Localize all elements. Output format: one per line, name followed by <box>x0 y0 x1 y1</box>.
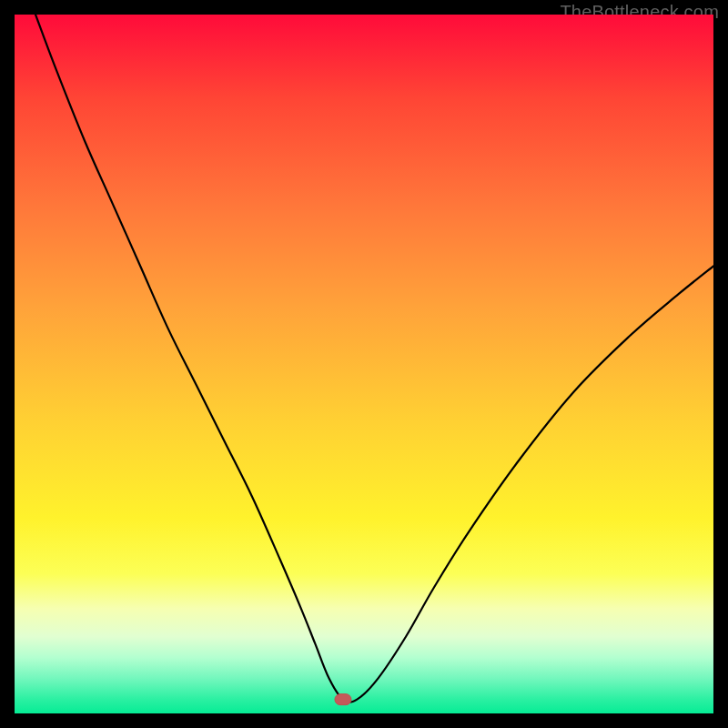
current-config-marker <box>335 694 351 705</box>
bottleneck-curve <box>35 15 713 703</box>
plot-area <box>15 15 713 713</box>
plot-svg <box>15 15 713 713</box>
chart-container: TheBottleneck.com <box>0 0 728 728</box>
